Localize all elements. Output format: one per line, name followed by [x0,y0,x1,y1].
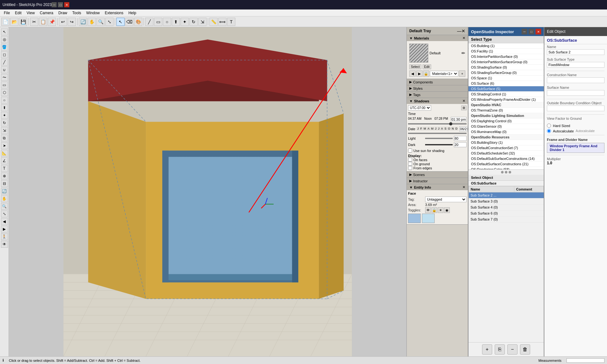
entity-info-close[interactable]: ✕ [462,185,465,189]
copy-btn[interactable]: 📋 [39,18,47,26]
zoom-btn[interactable]: 🔍 [96,18,105,26]
toggle-cast[interactable]: ☀ [438,207,443,213]
scale-btn[interactable]: ⇲ [198,18,207,26]
type-os-glare[interactable]: OS:GlareSensor (0) [468,124,544,129]
zoom-tool[interactable]: 🔍 [1,203,8,210]
maximize-button[interactable]: □ [58,2,63,7]
look-tool[interactable]: 👁 [1,241,8,248]
rotate-tool[interactable]: ↻ [1,119,8,126]
scale-tool[interactable]: ⇲ [1,127,8,134]
tape-btn[interactable]: 📏 [209,18,218,26]
type-os-default-surface[interactable]: OS:DefaultSurfaceConstructions (21) [468,161,544,167]
text-tool[interactable]: T [1,165,8,172]
type-os-illuminance[interactable]: OS:IlluminanceMap (0) [468,129,544,135]
type-os-surface[interactable]: OS:Surface (6) [468,81,544,86]
month-f[interactable]: F [420,127,423,130]
month-o[interactable]: O [447,127,451,130]
open-btn[interactable]: 📂 [10,18,18,26]
freehand-tool[interactable]: 〜 [1,74,8,81]
type-os-ipsg[interactable]: OS:InteriorPartitionSurfaceGroup (0) [468,59,544,65]
type-os-building-story[interactable]: OS:BuildingStory (1) [468,140,544,145]
arc-tool[interactable]: ∪ [1,66,8,73]
shadows-close[interactable]: ✕ [462,99,465,103]
menu-draw[interactable]: Draw [56,10,70,16]
hard-sized-radio[interactable] [547,124,551,128]
offset-tool[interactable]: ⧉ [1,135,8,142]
light-slider[interactable] [425,138,453,139]
add-object-btn[interactable]: + [482,344,492,355]
axis-tool[interactable]: ⊕ [1,173,8,179]
paint-btn[interactable]: 🎨 [134,18,142,26]
sub-surface-type-input[interactable] [547,62,604,68]
table-row[interactable]: Sub Surface 6 (0) [469,210,544,216]
select-btn[interactable]: ↖ [116,18,125,26]
entity-info-header[interactable]: ▼ Entity Info ✕ [407,184,468,190]
month-a[interactable]: A [427,127,430,130]
paste-btn[interactable]: 📌 [48,18,56,26]
follow-tool[interactable]: ➤ [1,142,8,149]
zoom-ext-tool[interactable]: ⤡ [1,210,8,217]
text-btn[interactable]: T [227,18,235,26]
tag-select[interactable]: Untagged [425,197,467,202]
close-button[interactable]: ✕ [64,2,69,7]
menu-help[interactable]: Help [126,10,139,16]
tray-minimize[interactable]: — [457,28,461,33]
section-tool[interactable]: ⊟ [1,180,8,187]
shadows-header[interactable]: ▼ Shadows ✕ [407,98,468,104]
circle-btn[interactable]: ○ [163,18,171,26]
autocalculate-radio[interactable] [547,129,551,133]
utc-select[interactable]: UTC-07:00 [408,105,431,111]
erase-btn[interactable]: ⌫ [125,18,133,26]
materials-close[interactable]: ✕ [462,36,465,40]
menu-edit[interactable]: Edit [12,10,24,16]
mat-create-btn[interactable]: + [459,70,465,77]
minimize-button[interactable]: ─ [52,2,57,7]
type-os-shading-surface-group[interactable]: OS:ShadingSurfaceGroup (0) [468,70,544,76]
menu-window[interactable]: Window [84,10,102,16]
table-row[interactable]: Sub Surface 3 (0) [469,198,544,204]
pan-btn[interactable]: ✋ [88,18,96,26]
instructor-section[interactable]: ▶ Instructor [407,178,468,184]
month-d[interactable]: D [455,127,458,130]
type-os-subsurface[interactable]: OS:SubSurface (5) [468,86,544,92]
month-m2[interactable]: M [430,127,434,130]
date-slider[interactable] [408,133,467,134]
toggle-visible[interactable]: 👁 [425,207,431,213]
polygon-tool[interactable]: ⬡ [1,89,8,96]
type-os-facility[interactable]: OS:Facility (1) [468,49,544,54]
time-slider[interactable] [408,123,467,124]
undo-btn[interactable]: ↩ [59,18,67,26]
on-faces-check[interactable] [408,158,412,162]
sun-shading-check[interactable] [408,149,412,153]
line-tool[interactable]: ╱ [1,59,8,66]
move-tool[interactable]: ✦ [1,112,8,119]
select-tool[interactable]: ↖ [1,28,8,35]
toggle-receive[interactable]: ◉ [444,207,450,213]
lasso-tool[interactable]: ◎ [1,36,8,43]
type-os-shading-control[interactable]: OS:ShadingControl (1) [468,92,544,97]
mat-lock-btn[interactable]: 🔒 [423,70,430,77]
tags-section[interactable]: ▶ Tags [407,92,468,98]
push-pull-tool[interactable]: ⬆ [1,104,8,111]
zoom-ext-btn[interactable]: ⤡ [105,18,114,26]
type-list[interactable]: OS:Building (1) OS:Facility (1) OS:Inter… [468,43,544,170]
type-os-space[interactable]: OS:Space (1) [468,76,544,81]
mat-next-btn[interactable]: ▶ [416,70,423,77]
rotate-btn[interactable]: ↻ [189,18,198,26]
table-row[interactable]: Sub Surface 7 (0) [469,216,544,222]
prev-view[interactable]: ◀ [1,218,8,225]
paint-tool[interactable]: 🪣 [1,44,8,51]
pan-tool[interactable]: ✋ [1,195,8,202]
type-os-rendering-color[interactable]: OS:Rendering:Color (58) [468,167,544,170]
month-j3[interactable]: J [437,127,440,130]
delete-object-btn[interactable]: 🗑 [520,344,530,355]
menu-file[interactable]: File [1,10,12,16]
mat-select-btn[interactable]: Select [409,64,421,69]
copy-object-btn[interactable]: ⎘ [495,344,505,355]
light-input[interactable] [454,136,467,141]
mat-edit-btn[interactable]: ✏ [461,51,465,56]
type-os-default-construction-set[interactable]: OS:DefaultConstructionSet (7) [468,145,544,151]
new-btn[interactable]: 📄 [1,18,9,26]
dark-input[interactable] [454,142,467,147]
month-s[interactable]: S [444,127,447,130]
